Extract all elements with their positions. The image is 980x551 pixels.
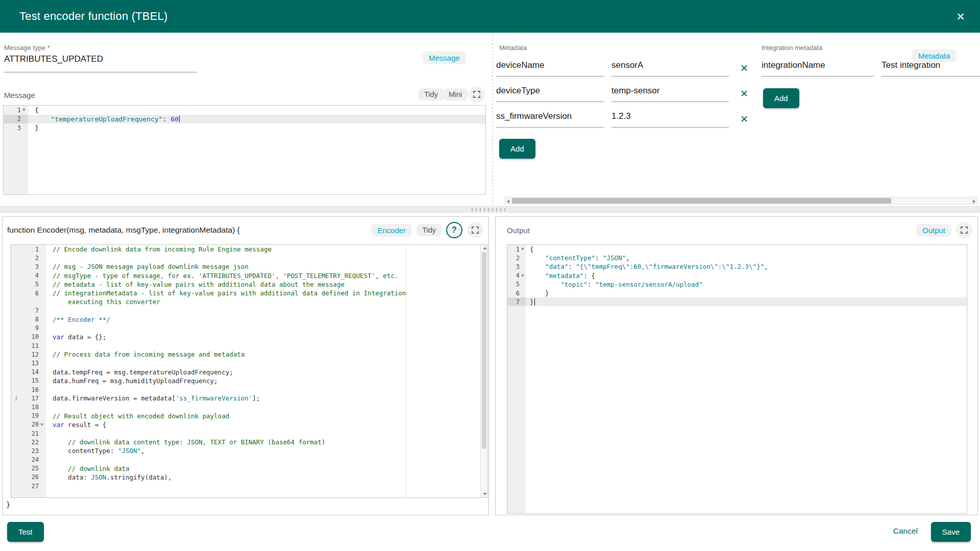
code-line[interactable]: 18	[11, 403, 487, 411]
code-line[interactable]: 2	[11, 254, 487, 262]
metadata-value-input[interactable]: 1.2.3	[611, 102, 729, 128]
splitter-handle[interactable]	[472, 208, 508, 211]
vertical-splitter[interactable]	[490, 33, 495, 206]
cancel-button[interactable]: Cancel	[893, 527, 918, 536]
text-cursor	[534, 298, 535, 306]
code-line[interactable]: 19// Result object with encoded downlink…	[11, 412, 487, 420]
fullscreen-icon[interactable]	[956, 222, 972, 238]
code-line[interactable]: 22 // downlink data content type: JSON, …	[11, 438, 487, 446]
code-line[interactable]: 7	[11, 306, 487, 315]
metadata-section: Metadata deviceName sensorA ✕ deviceType…	[496, 33, 980, 210]
save-button[interactable]: Save	[931, 522, 971, 542]
code-line[interactable]: 15data.humFreq = msg.humidityUploadFrequ…	[11, 377, 487, 385]
code-line[interactable]: 20▼var result = {	[11, 420, 487, 429]
message-editor-label: Message	[4, 91, 35, 99]
code-line[interactable]: 4▼ "metadata": {	[507, 271, 967, 280]
code-line[interactable]: 6// integrationMetadata - list of key-va…	[11, 289, 487, 297]
encoder-panel-header: function Encoder(msg, metadata, msgType,…	[3, 217, 488, 243]
encoder-panel: function Encoder(msg, metadata, msgType,…	[2, 216, 489, 515]
fold-caret-icon[interactable]: ▼	[521, 273, 524, 278]
fullscreen-icon[interactable]	[467, 222, 483, 238]
code-line[interactable]: 2 "contentType": "JSON",	[507, 254, 967, 262]
integration-key-input[interactable]: integrationName	[762, 51, 874, 77]
metadata-row: deviceName sensorA ✕	[496, 51, 756, 77]
fullscreen-icon[interactable]	[469, 86, 485, 103]
add-metadata-button[interactable]: Add	[499, 139, 535, 159]
scrollbar-thumb[interactable]	[512, 198, 891, 204]
delete-row-icon[interactable]: ✕	[740, 114, 748, 124]
code-line[interactable]: 12// Process data from incoming message …	[11, 350, 487, 359]
add-integration-metadata-button[interactable]: Add	[763, 88, 799, 108]
tidy-button[interactable]: Tidy	[416, 224, 442, 236]
output-badge: Output	[916, 224, 951, 237]
mini-button[interactable]: Mini	[443, 88, 468, 101]
help-icon[interactable]: ?	[446, 222, 462, 238]
code-line[interactable]: 7}	[507, 297, 967, 306]
code-line[interactable]: 21	[11, 429, 487, 438]
metadata-value-input[interactable]: sensorA	[611, 51, 729, 77]
dialog-title: Test encoder function (TBEL)	[19, 10, 168, 23]
dialog-footer: Test Cancel Save	[0, 516, 980, 551]
code-line[interactable]: 11	[11, 341, 487, 350]
fold-caret-icon[interactable]: ▼	[521, 247, 524, 252]
code-line[interactable]: 4// msgType - type of message, for ex. '…	[11, 271, 487, 280]
encoder-badge: Encoder	[371, 224, 412, 237]
code-line[interactable]: 1// Encode downlink data from incoming R…	[11, 245, 487, 254]
fold-caret-icon[interactable]: ▼	[40, 422, 43, 427]
code-line[interactable]: 9	[11, 324, 487, 333]
message-type-label: Message type *	[4, 44, 50, 52]
code-line[interactable]: 8/** Encoder **/	[11, 315, 487, 324]
delete-row-icon[interactable]: ✕	[740, 89, 748, 98]
info-icon: i	[15, 395, 17, 402]
message-type-underline	[4, 72, 197, 72]
code-line[interactable]: 5// metadata - list of key-value pairs w…	[11, 280, 487, 289]
code-line[interactable]: 1▼{	[507, 245, 967, 254]
metadata-label: Metadata	[499, 44, 527, 52]
fold-caret-icon[interactable]: ▼	[22, 108, 25, 112]
test-button[interactable]: Test	[7, 522, 44, 542]
encoder-signature: function Encoder(msg, metadata, msgType,…	[7, 226, 371, 235]
metadata-key-input[interactable]: deviceType	[496, 77, 604, 102]
code-line[interactable]: 3// msg - JSON message payload downlink …	[11, 262, 487, 271]
code-line[interactable]: 6 }	[507, 289, 967, 297]
metadata-key-input[interactable]: ss_firmwareVersion	[496, 102, 604, 128]
encoder-code-editor[interactable]: 1// Encode downlink data from incoming R…	[11, 244, 488, 498]
code-line[interactable]: 2 "temperatureUploadFrequency": 60	[4, 115, 485, 124]
code-line[interactable]: 3}	[4, 123, 485, 133]
message-type-input[interactable]: ATTRIBUTES_UPDATED	[4, 54, 103, 64]
output-panel-header: Output Output	[496, 217, 977, 243]
code-line[interactable]: 1▼{	[4, 106, 485, 115]
code-line[interactable]: 16	[11, 385, 487, 394]
delete-row-icon[interactable]: ✕	[740, 63, 748, 73]
integration-metadata-badge: Metadata	[912, 49, 957, 62]
code-line[interactable]: 27	[11, 482, 487, 490]
metadata-value-input[interactable]: temp-sensor	[611, 77, 729, 102]
code-line[interactable]: 26 data: JSON.stringify(data),	[11, 473, 487, 482]
horizontal-splitter[interactable]	[0, 206, 980, 213]
output-code-editor[interactable]: 1▼{2 "contentType": "JSON",3 "data": "{\…	[507, 244, 967, 514]
scroll-right-icon[interactable]	[973, 199, 975, 204]
text-cursor	[179, 115, 180, 122]
code-line[interactable]: 5 "topic": "temp-sensor/sensorA/upload"	[507, 280, 967, 289]
message-code-editor[interactable]: 1▼{2 "temperatureUploadFrequency": 603}	[3, 105, 486, 195]
code-line[interactable]: 13	[11, 359, 487, 367]
message-badge: Message	[423, 52, 466, 64]
code-line[interactable]: 23 contentType: "JSON",	[11, 446, 487, 455]
dialog-header: Test encoder function (TBEL) ✕	[0, 0, 980, 33]
code-line[interactable]: 14data.tempFreq = msg.temperatureUploadF…	[11, 368, 487, 377]
output-panel: Output Output 1▼{2 "contentType": "JSON"…	[495, 216, 978, 515]
metadata-key-input[interactable]: deviceName	[496, 51, 604, 77]
code-line[interactable]: 3 "data": "{\"tempFreq\":60,\"firmwareVe…	[507, 262, 967, 271]
code-line[interactable]: i17data.firmwareVersion = metadata['ss_f…	[11, 394, 487, 403]
close-icon[interactable]: ✕	[952, 9, 969, 25]
metadata-row: deviceType temp-sensor ✕	[496, 77, 756, 102]
horizontal-scrollbar[interactable]	[504, 197, 978, 205]
encoder-closing-brace: }	[6, 500, 10, 509]
scroll-down-icon[interactable]	[483, 493, 487, 495]
scroll-left-icon[interactable]	[507, 199, 509, 204]
code-line[interactable]: 24	[11, 456, 487, 464]
code-line[interactable]: executing this converter	[11, 297, 487, 306]
code-line[interactable]: 10var data = {};	[11, 333, 487, 341]
code-line[interactable]: 25 // downlink data	[11, 464, 487, 473]
tidy-button[interactable]: Tidy	[419, 88, 444, 101]
